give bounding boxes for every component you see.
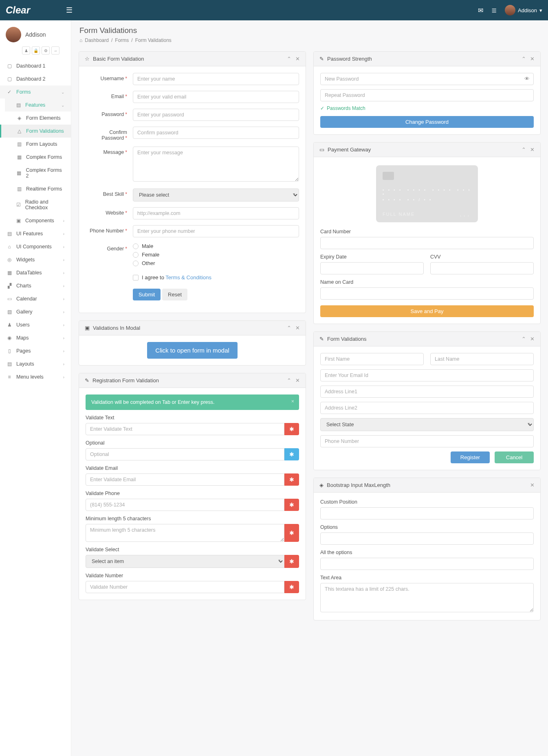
phone-number-input[interactable] xyxy=(320,435,534,447)
close-icon[interactable]: ✕ xyxy=(295,325,300,331)
val-text-input[interactable] xyxy=(86,423,284,435)
nav-item-form-elements[interactable]: ◈Form Elements xyxy=(0,112,71,125)
close-icon[interactable]: ✕ xyxy=(530,482,535,488)
optional-input[interactable] xyxy=(86,448,284,460)
message-textarea[interactable] xyxy=(133,147,299,182)
expiry-input[interactable] xyxy=(320,262,424,274)
save-pay-button[interactable]: Save and Pay xyxy=(320,305,534,317)
nav-item-dashboard-1[interactable]: ▢Dashboard 1 xyxy=(0,59,71,72)
nav-item-layouts[interactable]: ▤Layouts› xyxy=(0,357,71,370)
username-input[interactable] xyxy=(133,73,299,85)
email-input[interactable] xyxy=(133,91,299,103)
nav-item-dashboard-2[interactable]: ▢Dashboard 2 xyxy=(0,72,71,85)
nav-item-forms[interactable]: ✓Forms⌄ xyxy=(0,85,71,99)
collapse-icon[interactable]: ⌃ xyxy=(522,56,526,62)
all-options-input[interactable] xyxy=(320,558,534,570)
last-name-input[interactable] xyxy=(430,353,534,365)
breadcrumb-link[interactable]: Dashboard xyxy=(85,37,109,43)
minlen-textarea[interactable] xyxy=(86,524,284,542)
first-name-input[interactable] xyxy=(320,353,424,365)
val-phone-input[interactable] xyxy=(86,499,284,511)
nav-item-ui-features[interactable]: ▤UI Features› xyxy=(0,227,71,240)
close-icon[interactable]: ✕ xyxy=(530,56,535,62)
state-select[interactable]: Select State xyxy=(320,418,534,431)
val-email-input[interactable] xyxy=(86,473,284,486)
eye-icon[interactable]: 👁 xyxy=(524,76,530,82)
change-password-button[interactable]: Change Password xyxy=(320,116,534,128)
maxlen-textarea[interactable] xyxy=(320,583,534,612)
card-number-input[interactable] xyxy=(320,237,534,249)
nav-item-form-validations[interactable]: △Form Validations xyxy=(0,125,71,138)
gender-radio-male[interactable]: Male xyxy=(133,243,299,249)
confirm-password-input[interactable] xyxy=(133,127,299,139)
terms-checkbox-row[interactable]: I agree to Terms & Conditions xyxy=(133,274,299,280)
nav-item-complex-forms[interactable]: ▦Complex Forms xyxy=(0,151,71,164)
user-menu[interactable]: Addison ▾ xyxy=(505,5,542,15)
profile-action-lock-icon[interactable]: 🔒 xyxy=(32,46,40,55)
val-select-clear-icon[interactable]: ✱ xyxy=(284,555,299,568)
nav-item-ui-components[interactable]: ⌂UI Components› xyxy=(0,240,71,253)
collapse-icon[interactable]: ⌃ xyxy=(522,336,526,342)
cancel-button[interactable]: Cancel xyxy=(495,451,534,463)
website-input[interactable] xyxy=(133,207,299,219)
nav-item-complex-forms-2[interactable]: ▦Complex Forms 2 xyxy=(0,164,71,182)
new-password-input[interactable] xyxy=(320,73,534,85)
nav-item-datatables[interactable]: ▦DataTables› xyxy=(0,266,71,279)
password-input[interactable] xyxy=(133,109,299,121)
close-icon[interactable]: ✕ xyxy=(530,336,535,342)
breadcrumb-link[interactable]: Forms xyxy=(115,37,129,43)
gender-radio-other[interactable]: Other xyxy=(133,260,299,266)
email-id-input[interactable] xyxy=(320,369,534,381)
mail-icon[interactable]: ✉ xyxy=(478,7,483,14)
custom-pos-input[interactable] xyxy=(320,507,534,519)
nav-item-users[interactable]: ♟Users› xyxy=(0,318,71,331)
close-icon[interactable]: ✕ xyxy=(530,147,535,153)
reset-button[interactable]: Reset xyxy=(162,289,187,300)
nav-item-components[interactable]: ▣Components› xyxy=(5,214,71,227)
nav-item-widgets[interactable]: ◎Widgets› xyxy=(0,253,71,266)
val-number-input[interactable] xyxy=(86,581,284,593)
nav-item-charts[interactable]: ▞Charts› xyxy=(0,279,71,292)
optional-action-icon[interactable]: ✱ xyxy=(284,448,299,460)
options-input[interactable] xyxy=(320,532,534,545)
collapse-icon[interactable]: ⌃ xyxy=(287,56,291,62)
nav-item-gallery[interactable]: ▧Gallery› xyxy=(0,305,71,318)
nav-item-form-layouts[interactable]: ▥Form Layouts xyxy=(0,138,71,151)
alert-close-icon[interactable]: × xyxy=(291,399,294,404)
phone-input[interactable] xyxy=(133,225,299,237)
close-icon[interactable]: ✕ xyxy=(295,56,300,62)
collapse-icon[interactable]: ⌃ xyxy=(522,147,526,153)
terms-link[interactable]: Terms & Conditions xyxy=(165,274,211,280)
val-text-clear-icon[interactable]: ✱ xyxy=(284,423,299,435)
card-name-input[interactable] xyxy=(320,287,534,300)
nav-item-maps[interactable]: ◉Maps› xyxy=(0,331,71,344)
nav-item-features[interactable]: ▤Features⌄ xyxy=(5,99,71,112)
skill-select[interactable]: Please select xyxy=(133,188,299,202)
collapse-icon[interactable]: ⌃ xyxy=(287,325,291,331)
address1-input[interactable] xyxy=(320,386,534,398)
menu-toggle-icon[interactable]: ☰ xyxy=(66,6,73,15)
val-phone-clear-icon[interactable]: ✱ xyxy=(284,499,299,511)
tasks-icon[interactable]: ≣ xyxy=(491,7,497,14)
val-email-clear-icon[interactable]: ✱ xyxy=(284,473,299,486)
register-button[interactable]: Register xyxy=(451,451,490,463)
cvv-input[interactable] xyxy=(430,262,534,274)
nav-item-realtime-forms[interactable]: ▥Realtime Forms xyxy=(0,182,71,195)
gender-radio-female[interactable]: Female xyxy=(133,252,299,258)
profile-action-gear-icon[interactable]: ⚙ xyxy=(42,46,50,55)
close-icon[interactable]: ✕ xyxy=(295,377,300,383)
nav-item-pages[interactable]: ▯Pages› xyxy=(0,344,71,357)
nav-item-menu-levels[interactable]: ≡Menu levels› xyxy=(0,370,71,383)
profile-action-user-icon[interactable]: ♟ xyxy=(22,46,30,55)
open-modal-button[interactable]: Click to open form in modal xyxy=(147,342,238,359)
minlen-clear-icon[interactable]: ✱ xyxy=(284,524,299,542)
nav-item-radio-and-checkbox[interactable]: ☑Radio and Checkbox xyxy=(0,195,71,214)
nav-item-calendar[interactable]: ▭Calendar› xyxy=(0,292,71,305)
val-select[interactable]: Select an item xyxy=(86,555,284,568)
address2-input[interactable] xyxy=(320,402,534,414)
submit-button[interactable]: Submit xyxy=(133,289,161,300)
val-number-clear-icon[interactable]: ✱ xyxy=(284,581,299,593)
profile-action-logout-icon[interactable]: → xyxy=(51,46,59,55)
terms-checkbox[interactable] xyxy=(133,275,139,280)
repeat-password-input[interactable] xyxy=(320,89,534,101)
